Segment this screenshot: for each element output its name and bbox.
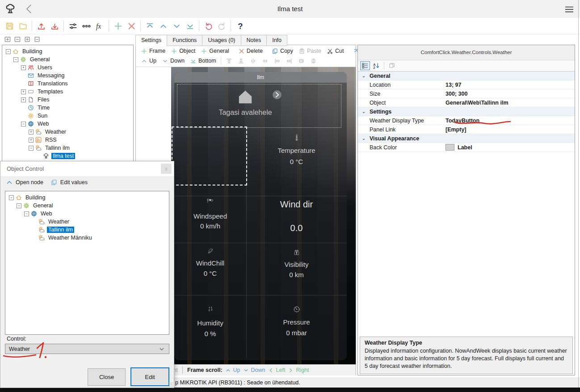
- dialog-close-button[interactable]: x: [161, 164, 172, 174]
- tree-item-general[interactable]: −General: [2, 55, 133, 63]
- general-button[interactable]: General: [198, 47, 231, 55]
- open-button[interactable]: [16, 19, 29, 33]
- tree-item-ilma-test[interactable]: Ilma test: [2, 152, 133, 160]
- weather-cell-winddir[interactable]: Wind dir0.0: [246, 196, 347, 243]
- Left-scroll-button[interactable]: Left: [268, 367, 286, 373]
- add-button[interactable]: [111, 19, 125, 33]
- tree-item-files[interactable]: +Files: [2, 96, 133, 104]
- property-value[interactable]: Label: [446, 144, 575, 151]
- tree-item-web[interactable]: −Web: [5, 210, 169, 218]
- remove-button[interactable]: [125, 19, 138, 33]
- property-category-general[interactable]: ⌄General: [358, 72, 575, 80]
- property-row-weather-display-type[interactable]: Weather Display TypeTodayButton: [358, 116, 575, 125]
- tab-settings[interactable]: Settings: [135, 35, 167, 46]
- hamburger-menu-button[interactable]: [564, 4, 575, 15]
- close-button[interactable]: Close: [88, 368, 126, 386]
- delete-button[interactable]: Delete: [236, 47, 265, 55]
- tree-item-messaging[interactable]: Messaging: [2, 72, 133, 80]
- tree-item-weather-männiku[interactable]: Weather Männiku: [5, 234, 169, 242]
- restore-button[interactable]: [48, 19, 61, 33]
- tree-item-weather[interactable]: +Weather: [2, 128, 133, 136]
- property-row-panel-link[interactable]: Panel Link[Empty]: [358, 125, 575, 134]
- tab-usages-0-[interactable]: Usages (0): [202, 35, 241, 46]
- tree-item-building[interactable]: −Building: [5, 194, 169, 202]
- frame-button[interactable]: Frame: [139, 47, 168, 55]
- open-node-button[interactable]: Open node: [6, 179, 43, 186]
- tree-item-translations[interactable]: Translations: [2, 80, 133, 88]
- property-category-settings[interactable]: ⌄Settings: [358, 107, 575, 116]
- tree-item-templates[interactable]: +Templates: [2, 88, 133, 96]
- tree-item-sun[interactable]: Sun: [2, 112, 133, 120]
- collapse-button[interactable]: [33, 36, 41, 43]
- fx-button[interactable]: fx: [93, 19, 106, 33]
- tree-item-general[interactable]: −General: [5, 202, 169, 210]
- sliders-button[interactable]: [66, 19, 80, 33]
- copy-button[interactable]: Copy: [269, 47, 295, 55]
- weather-cell-windchill[interactable]: WindChill0 °C: [174, 243, 246, 295]
- dialog-resize-grip[interactable]: [168, 382, 173, 387]
- tab-functions[interactable]: Functions: [167, 35, 202, 46]
- Right-scroll-button[interactable]: Right: [288, 367, 309, 373]
- property-row-size[interactable]: Size300; 300: [358, 89, 575, 98]
- edit-button[interactable]: Edit: [130, 367, 169, 386]
- expander-minus-icon[interactable]: −: [24, 211, 29, 216]
- back-button[interactable]: [23, 3, 35, 15]
- expander-plus-icon[interactable]: +: [29, 130, 34, 135]
- collapse-all-button[interactable]: [13, 36, 21, 43]
- expander-minus-icon[interactable]: −: [9, 195, 14, 200]
- Up-scroll-button[interactable]: Up: [225, 367, 240, 373]
- values-button[interactable]: [80, 19, 93, 33]
- expander-minus-icon[interactable]: −: [6, 49, 11, 54]
- property-category-visual-appearance[interactable]: ⌄Visual Appearance: [358, 134, 575, 143]
- move-down-button[interactable]: [170, 19, 183, 33]
- az-sort-button[interactable]: AZ: [371, 61, 381, 70]
- expand-button[interactable]: [23, 36, 31, 43]
- tree-item-building[interactable]: −Building: [2, 47, 133, 55]
- property-row-back-color[interactable]: Back ColorLabel: [358, 143, 575, 152]
- weather-cell-temperature[interactable]: Temperature0 °C: [246, 128, 347, 196]
- undo-button[interactable]: [202, 19, 215, 33]
- property-value[interactable]: 13; 97: [446, 82, 575, 88]
- weather-cell-visibility[interactable]: Visibility0 km: [246, 243, 347, 295]
- up-button[interactable]: Up: [139, 57, 159, 65]
- expand-all-button[interactable]: [4, 36, 12, 43]
- down-button[interactable]: Down: [160, 57, 187, 65]
- expander-plus-icon[interactable]: +: [21, 65, 26, 70]
- move-bottom-button[interactable]: [183, 19, 197, 33]
- property-value[interactable]: TodayButton: [446, 118, 575, 124]
- expander-minus-icon[interactable]: −: [29, 146, 34, 151]
- cut-button[interactable]: Cut: [324, 47, 346, 55]
- weather-cell-pressure[interactable]: Pressure0 mbar: [246, 295, 347, 358]
- tree-item-rss[interactable]: +RSS: [2, 136, 133, 144]
- tree-item-web[interactable]: −Web: [2, 120, 133, 128]
- property-value[interactable]: [Empty]: [446, 126, 575, 133]
- Down-scroll-button[interactable]: Down: [243, 367, 265, 373]
- expander-plus-icon[interactable]: +: [29, 138, 34, 143]
- tree-item-time[interactable]: Time: [2, 104, 133, 112]
- property-value[interactable]: 300; 300: [446, 91, 575, 97]
- bottom-button[interactable]: Bottom: [188, 57, 219, 65]
- categorized-button[interactable]: [360, 61, 370, 70]
- tab-notes[interactable]: Notes: [241, 35, 267, 46]
- object-button[interactable]: Object: [168, 47, 198, 55]
- redo-button[interactable]: [215, 19, 228, 33]
- save-button[interactable]: [3, 19, 16, 33]
- tree-item-weather[interactable]: Weather: [5, 218, 169, 226]
- property-value[interactable]: General\Web\Tallinn ilm: [446, 100, 575, 106]
- move-up-button[interactable]: [156, 19, 170, 33]
- tab-info[interactable]: Info: [267, 35, 287, 46]
- expander-plus-icon[interactable]: +: [21, 97, 26, 102]
- property-row-location[interactable]: Location13; 97: [358, 80, 575, 89]
- control-dropdown[interactable]: Weather: [5, 344, 169, 354]
- tree-item-tallinn-ilm[interactable]: Tallinn ilm: [5, 226, 169, 234]
- property-row-object[interactable]: ObjectGeneral\Web\Tallinn ilm: [358, 98, 575, 107]
- expander-minus-icon[interactable]: −: [13, 57, 18, 62]
- expander-minus-icon[interactable]: −: [17, 203, 21, 208]
- weather-cell-windspeed[interactable]: Windspeed0 km/h: [174, 196, 246, 243]
- selected-control-outline[interactable]: [172, 126, 247, 185]
- tree-item-tallinn-ilm[interactable]: −Tallinn ilm: [2, 144, 133, 152]
- edit-values-button[interactable]: Edit values: [50, 179, 88, 186]
- tree-item-users[interactable]: +Users: [2, 63, 133, 72]
- expander-plus-icon[interactable]: +: [21, 89, 26, 94]
- expander-minus-icon[interactable]: −: [21, 122, 26, 126]
